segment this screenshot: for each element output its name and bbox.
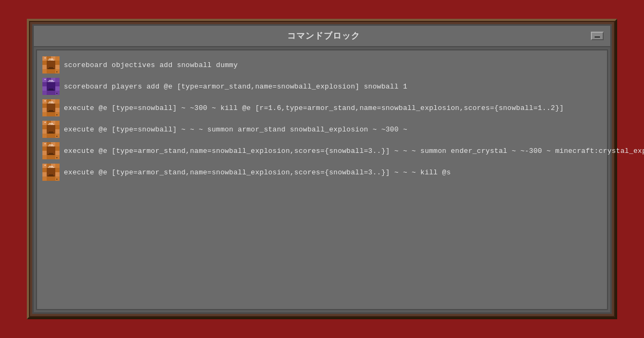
svg-rect-97 <box>42 146 47 151</box>
svg-rect-111 <box>49 153 53 154</box>
svg-rect-66 <box>48 111 54 112</box>
svg-rect-6 <box>47 61 51 65</box>
svg-rect-51 <box>42 104 47 108</box>
command-block-icon-orange <box>42 142 60 159</box>
svg-rect-98 <box>47 146 51 151</box>
svg-rect-122 <box>51 168 55 172</box>
svg-rect-113 <box>45 143 46 144</box>
svg-rect-32 <box>42 86 47 91</box>
svg-rect-88 <box>49 131 53 133</box>
svg-rect-63 <box>49 101 53 102</box>
svg-rect-127 <box>55 172 60 177</box>
svg-rect-83 <box>47 134 51 138</box>
svg-rect-15 <box>51 69 55 74</box>
svg-rect-40 <box>49 80 53 81</box>
svg-rect-121 <box>47 168 51 172</box>
svg-rect-60 <box>47 112 51 116</box>
svg-rect-54 <box>55 104 60 108</box>
command-text: scoreboard objectives add snowball dummy <box>64 61 238 69</box>
command-row: execute @e [type=armor_stand,name=snowba… <box>40 162 604 182</box>
svg-rect-73 <box>55 121 60 125</box>
svg-rect-120 <box>42 168 47 172</box>
svg-rect-134 <box>49 174 53 175</box>
svg-rect-18 <box>48 60 54 61</box>
svg-rect-105 <box>42 155 47 159</box>
svg-rect-130 <box>51 177 55 181</box>
svg-rect-136 <box>45 165 46 166</box>
svg-rect-82 <box>42 134 47 138</box>
svg-rect-44 <box>45 79 46 80</box>
command-text: execute @e [type=snowball] ~ ~ ~ summon … <box>64 126 407 134</box>
svg-rect-37 <box>47 91 51 95</box>
svg-rect-90 <box>45 122 46 123</box>
svg-rect-45 <box>56 93 57 94</box>
svg-rect-132 <box>49 166 53 167</box>
svg-rect-67 <box>45 100 46 101</box>
svg-rect-14 <box>47 69 51 74</box>
svg-rect-27 <box>55 78 60 82</box>
empty-space <box>40 183 604 305</box>
svg-rect-114 <box>56 157 57 158</box>
svg-rect-101 <box>42 151 47 155</box>
svg-rect-96 <box>55 142 60 146</box>
command-text: execute @e [type=armor_stand,name=snowba… <box>64 168 451 177</box>
window: コマンドブロック <box>32 24 612 314</box>
svg-rect-129 <box>47 177 51 181</box>
svg-rect-53 <box>51 104 55 108</box>
svg-rect-81 <box>55 129 60 134</box>
svg-rect-124 <box>42 172 47 177</box>
svg-rect-106 <box>47 155 51 159</box>
svg-rect-109 <box>49 144 53 145</box>
command-block-icon-orange <box>42 56 60 74</box>
svg-rect-87 <box>48 124 54 125</box>
svg-rect-21 <box>45 57 46 58</box>
command-block-icon-purple <box>42 78 60 95</box>
outer-border: コマンドブロック <box>27 19 617 319</box>
svg-rect-119 <box>55 164 60 168</box>
svg-rect-31 <box>55 82 60 86</box>
svg-rect-137 <box>56 179 57 180</box>
svg-rect-8 <box>55 61 60 65</box>
svg-rect-74 <box>42 125 47 129</box>
svg-rect-55 <box>42 108 47 112</box>
svg-rect-133 <box>48 167 54 168</box>
svg-rect-86 <box>49 123 53 124</box>
command-block-icon-orange <box>42 121 60 138</box>
svg-rect-65 <box>49 110 53 111</box>
svg-rect-78 <box>42 129 47 134</box>
svg-rect-41 <box>48 81 54 82</box>
svg-rect-135 <box>48 175 54 177</box>
svg-rect-64 <box>48 102 54 104</box>
svg-rect-61 <box>51 112 55 116</box>
svg-rect-89 <box>48 133 54 134</box>
svg-rect-13 <box>42 69 47 74</box>
command-row: scoreboard objectives add snowball dummy <box>40 55 604 75</box>
svg-rect-30 <box>51 82 55 86</box>
svg-rect-17 <box>49 58 53 60</box>
command-row: execute @e [type=armor_stand,name=snowba… <box>40 141 604 161</box>
minimize-button[interactable] <box>591 32 604 40</box>
command-text: execute @e [type=snowball] ~ ~300 ~ kill… <box>64 104 564 112</box>
svg-rect-35 <box>55 86 60 91</box>
svg-rect-77 <box>55 125 60 129</box>
svg-rect-7 <box>51 61 55 65</box>
svg-rect-36 <box>42 91 47 95</box>
svg-rect-123 <box>55 168 60 172</box>
svg-rect-22 <box>56 71 57 72</box>
command-text: scoreboard players add @e [type=armor_st… <box>64 83 407 91</box>
svg-rect-9 <box>42 65 47 69</box>
svg-rect-20 <box>48 68 54 69</box>
svg-rect-107 <box>51 155 55 159</box>
svg-rect-99 <box>51 146 55 151</box>
svg-rect-4 <box>55 56 60 61</box>
svg-rect-110 <box>48 145 54 146</box>
command-block-icon-orange <box>42 99 60 116</box>
svg-rect-112 <box>48 154 54 155</box>
svg-rect-12 <box>55 65 60 69</box>
svg-rect-75 <box>47 125 51 129</box>
command-row: execute @e [type=snowball] ~ ~ ~ summon … <box>40 119 604 139</box>
window-title: コマンドブロック <box>287 31 360 42</box>
svg-rect-76 <box>51 125 55 129</box>
title-bar: コマンドブロック <box>34 26 610 47</box>
svg-rect-50 <box>55 99 60 104</box>
